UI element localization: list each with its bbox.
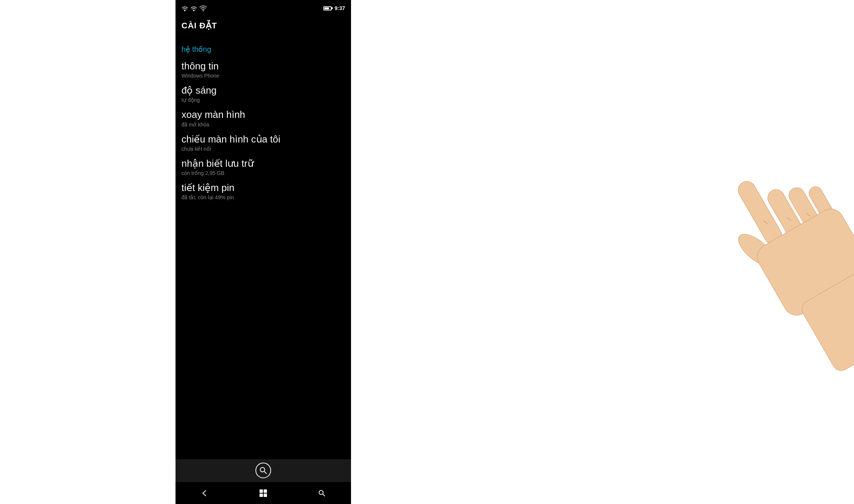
search-circle-button[interactable] [255,463,271,478]
content-area: hệ thống thông tin Windows Phone độ sáng… [176,34,351,459]
section-header: hệ thống [181,45,345,54]
svg-rect-12 [752,204,854,320]
menu-item-nhan-biet-luu-tru[interactable]: nhận biết lưu trữ còn trống 2,95 GB [181,158,345,176]
svg-point-3 [260,467,265,472]
search-bar-area[interactable] [176,459,351,482]
svg-rect-13 [799,271,854,374]
status-left-icons [181,5,207,11]
windows-home-button[interactable] [252,486,274,501]
svg-rect-7 [735,178,785,247]
page-title: CÀI ĐẶT [181,21,345,31]
menu-item-subtitle-thong-tin: Windows Phone [181,73,345,79]
menu-item-thong-tin[interactable]: thông tin Windows Phone [181,60,345,79]
signal-icon [181,5,188,11]
menu-item-subtitle-nhan-biet-luu-tru: còn trống 2,95 GB [181,170,345,176]
svg-line-4 [264,472,267,474]
svg-line-15 [787,216,791,221]
svg-point-11 [733,229,779,271]
page-title-area: CÀI ĐẶT [176,15,351,34]
status-right-area: 9:37 [323,5,345,11]
svg-point-0 [184,10,186,11]
svg-point-2 [203,10,204,12]
menu-item-subtitle-do-sang: tự động [181,97,345,103]
svg-rect-10 [807,184,840,229]
menu-item-title-nhan-biet-luu-tru: nhận biết lưu trữ [181,158,345,169]
menu-item-subtitle-xoay-man-hinh: đã mở khóa [181,122,345,128]
menu-item-title-thong-tin: thông tin [181,60,345,72]
svg-line-16 [807,213,810,217]
menu-item-xoay-man-hinh[interactable]: xoay màn hình đã mở khóa [181,109,345,127]
menu-item-title-chieu-man-hinh: chiếu màn hình của tôi [181,134,345,145]
signal-icon-2 [190,5,197,11]
search-icon [259,466,267,475]
hand-gesture-overlay [667,131,854,392]
svg-rect-8 [765,187,807,244]
status-bar: 9:37 [176,0,351,15]
bottom-nav [176,482,351,504]
search-nav-button[interactable] [311,486,333,501]
menu-item-subtitle-tiet-kiem-pin: đã tắt, còn lại 49% pin [181,194,345,200]
svg-line-6 [323,494,325,496]
menu-item-title-xoay-man-hinh: xoay màn hình [181,109,345,120]
menu-item-title-tiet-kiem-pin: tiết kiệm pin [181,182,345,194]
phone-screen: 9:37 CÀI ĐẶT hệ thống thông tin Windows … [176,0,351,504]
back-button[interactable] [193,486,216,501]
battery-icon [323,6,332,10]
svg-line-14 [764,220,767,224]
svg-rect-9 [786,185,826,238]
menu-item-title-do-sang: độ sáng [181,85,345,96]
search-nav-icon [318,489,326,497]
svg-point-1 [193,10,195,11]
menu-item-do-sang[interactable]: độ sáng tự động [181,85,345,103]
wifi-icon [199,5,207,11]
pointing-hand-svg [667,131,854,392]
svg-point-5 [319,490,323,494]
menu-item-tiet-kiem-pin[interactable]: tiết kiệm pin đã tắt, còn lại 49% pin [181,182,345,200]
time-display: 9:37 [335,5,345,11]
back-icon [201,489,209,497]
menu-item-subtitle-chieu-man-hinh: chưa kết nối [181,146,345,152]
menu-item-chieu-man-hinh[interactable]: chiếu màn hình của tôi chưa kết nối [181,134,345,152]
windows-logo-icon [260,489,267,497]
